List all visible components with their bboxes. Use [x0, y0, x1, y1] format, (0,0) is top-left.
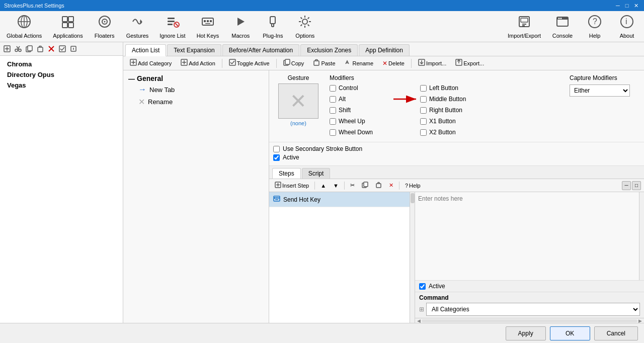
add-category-btn[interactable]: Add Category — [126, 57, 175, 69]
left-button-checkbox[interactable] — [420, 85, 427, 92]
sidebar-delete-btn[interactable] — [46, 44, 56, 54]
toolbar-macros[interactable]: Macros — [225, 12, 256, 41]
command-select[interactable]: All Categories — [426, 303, 640, 316]
command-expand-icon[interactable]: ⊞ — [419, 306, 424, 313]
scroll-right-btn[interactable]: ▶ — [637, 318, 643, 323]
about-label: About — [620, 33, 634, 39]
step-up-icon: ▲ — [320, 183, 326, 189]
toolbar-console[interactable]: Console — [547, 12, 578, 41]
delete-btn[interactable]: ✕ Delete — [379, 58, 408, 68]
capture-select[interactable]: Either Left Right — [570, 84, 630, 97]
apply-button[interactable]: Apply — [506, 326, 546, 340]
wheel-down-checkbox[interactable] — [330, 129, 336, 136]
step-item-send-hot-key[interactable]: Send Hot Key — [269, 192, 415, 207]
svg-point-10 — [104, 21, 105, 22]
modifier-shift: Shift — [330, 107, 420, 114]
step-up-btn[interactable]: ▲ — [318, 182, 329, 190]
cancel-button[interactable]: Cancel — [594, 326, 638, 340]
toolbar-import-export[interactable]: Import/Export — [503, 12, 545, 41]
step-help-btn[interactable]: ? Help — [403, 182, 423, 190]
main-toolbar: Global Actions Applications Floaters Ges… — [0, 11, 644, 42]
alt-checkbox[interactable] — [330, 96, 336, 103]
toolbar-options[interactable]: Options — [290, 12, 320, 41]
active-checkbox[interactable] — [273, 154, 280, 161]
action-item-rename[interactable]: ✕ Rename — [126, 96, 266, 108]
rename-btn[interactable]: Rename — [341, 57, 377, 69]
notes-active-checkbox[interactable] — [419, 283, 426, 290]
x1-button-checkbox[interactable] — [420, 118, 427, 125]
step-down-btn[interactable]: ▼ — [331, 182, 341, 190]
toolbar-about[interactable]: i About — [612, 12, 642, 41]
toolbar-applications[interactable]: Applications — [48, 12, 87, 41]
export-btn[interactable]: Export... — [452, 57, 488, 69]
middle-button-checkbox[interactable] — [420, 96, 427, 103]
scroll-left-btn[interactable]: ◀ — [416, 318, 422, 323]
close-button[interactable]: ✕ — [632, 2, 640, 10]
active-item: Active — [273, 154, 640, 161]
import-btn[interactable]: Import... — [415, 57, 450, 69]
maximize-steps-btn[interactable]: □ — [632, 181, 641, 190]
toolbar-help[interactable]: ? Help — [580, 12, 610, 41]
sidebar-check-btn[interactable] — [57, 44, 67, 54]
svg-line-15 — [175, 23, 178, 26]
step-delete-btn[interactable]: ✕ — [386, 181, 396, 190]
step-copy-icon — [362, 182, 368, 189]
console-label: Console — [552, 33, 573, 39]
tab-app-definition[interactable]: App Definition — [359, 44, 410, 56]
copy-btn[interactable]: Copy — [280, 57, 308, 69]
sidebar-flag-btn[interactable] — [68, 44, 78, 54]
category-header-general[interactable]: — General — [126, 73, 266, 83]
x2-button-checkbox[interactable] — [420, 129, 427, 136]
notes-textarea[interactable] — [418, 195, 636, 225]
sidebar-item-vegas[interactable]: Vegas — [4, 80, 119, 91]
gesture-box[interactable]: ✕ — [278, 83, 318, 119]
action-item-new-tab[interactable]: → New Tab — [126, 83, 266, 96]
sidebar-item-chroma[interactable]: Chroma — [4, 59, 119, 69]
minimize-steps-btn[interactable]: ─ — [622, 181, 631, 190]
wheel-up-checkbox[interactable] — [330, 118, 336, 125]
use-secondary-stroke-checkbox[interactable] — [273, 146, 280, 152]
sidebar-cut-btn[interactable] — [13, 44, 23, 54]
import-icon — [418, 59, 425, 67]
toolbar-ignore-list[interactable]: Ignore List — [155, 12, 190, 41]
category-name-general: General — [137, 74, 163, 82]
toolbar-floaters[interactable]: Floaters — [90, 12, 120, 41]
steps-tab-script[interactable]: Script — [302, 168, 331, 179]
control-checkbox[interactable] — [330, 85, 336, 92]
maximize-button[interactable]: □ — [623, 2, 631, 10]
steps-tab-steps[interactable]: Steps — [272, 168, 301, 179]
toolbar-plug-ins[interactable]: Plug-Ins — [258, 12, 288, 41]
tab-before-after[interactable]: Before/After Automation — [222, 44, 299, 56]
notes-scrollbar[interactable] — [639, 192, 644, 280]
toolbar-global-actions[interactable]: Global Actions — [2, 12, 46, 41]
tab-exclusion-zones[interactable]: Exclusion Zones — [300, 44, 358, 56]
step-paste-btn[interactable] — [373, 181, 384, 190]
step-cut-btn[interactable]: ✂ — [348, 181, 357, 190]
tab-action-list[interactable]: Action List — [125, 44, 166, 56]
minimize-button[interactable]: ─ — [614, 2, 622, 10]
shift-checkbox[interactable] — [330, 107, 336, 114]
step-copy-btn[interactable] — [359, 181, 371, 190]
export-label: Export... — [463, 60, 484, 66]
right-button-checkbox[interactable] — [420, 107, 427, 114]
tab-text-expansion[interactable]: Text Expansion — [167, 44, 221, 56]
sidebar-copy-btn[interactable] — [24, 44, 34, 54]
right-panel: Gesture ✕ (none) Modifiers Control — [269, 70, 644, 323]
sidebar-item-directory-opus[interactable]: Directory Opus — [4, 69, 119, 80]
sidebar-new-btn[interactable] — [2, 44, 12, 54]
svg-rect-56 — [229, 59, 235, 65]
add-action-btn[interactable]: Add Action — [177, 57, 219, 69]
svg-rect-26 — [521, 18, 528, 22]
import-export-icon — [517, 15, 531, 32]
title-bar: StrokesPlus.net Settings ─ □ ✕ — [0, 0, 644, 11]
toolbar-hot-keys[interactable]: Hot Keys — [192, 12, 224, 41]
toolbar-gestures[interactable]: Gestures — [122, 12, 153, 41]
ok-button[interactable]: OK — [550, 326, 590, 340]
gesture-none-link[interactable]: (none) — [290, 120, 306, 126]
paste-btn[interactable]: Paste — [309, 57, 339, 69]
sidebar-paste-btn[interactable] — [35, 44, 45, 54]
toggle-active-btn[interactable]: Toggle Active — [225, 57, 273, 69]
steps-list-scrollbar[interactable] — [410, 192, 415, 323]
insert-step-btn[interactable]: Insert Step — [272, 181, 311, 190]
svg-rect-72 — [376, 184, 381, 188]
